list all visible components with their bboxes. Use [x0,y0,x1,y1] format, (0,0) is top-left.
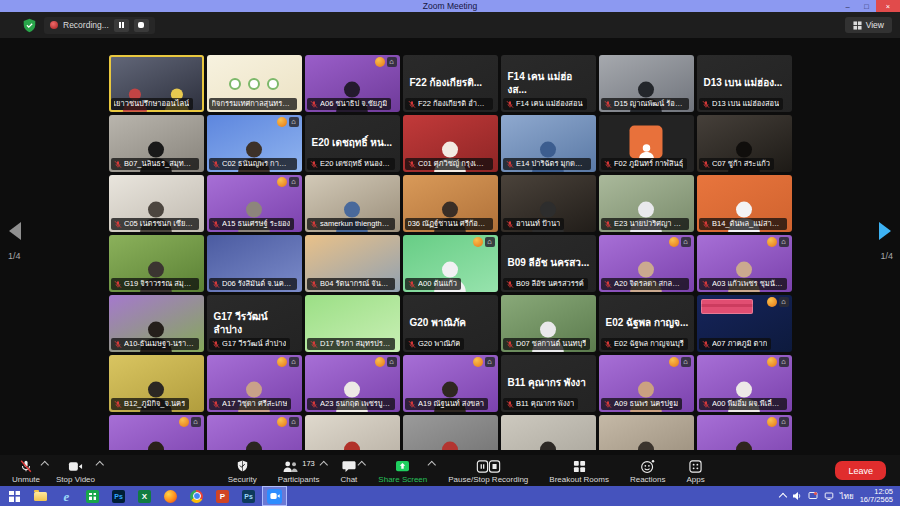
taskbar-app-zoom[interactable] [262,486,287,506]
participant-tile[interactable]: ⌂A12 ภัณฑิรา เพชรบุรี [109,415,204,450]
stop-recording-button[interactable] [134,19,149,32]
previous-page-arrow[interactable] [9,222,21,240]
participant-tile[interactable]: E14 ปาริฉัตร มุกดาหาร [501,115,596,172]
start-button[interactable] [2,486,27,506]
close-button[interactable]: × [876,0,900,12]
clap-reaction-icon [669,357,679,367]
maximize-button[interactable]: □ [857,0,876,12]
participant-tile[interactable]: C05 เนตรชนก เชียงราย [109,175,204,232]
reaction-badges: ⌂ [375,57,397,67]
reactions-button[interactable]: Reactions [622,455,674,486]
apps-button[interactable]: Apps [679,455,713,486]
participant-tile[interactable]: A10-ธันเมษฐา-นราธิวาส [109,295,204,352]
participant-tile[interactable]: B12_ภูมิกิจ_จ.นคร [109,355,204,412]
participant-tile[interactable]: ⌂A09 ธนพร นครปฐม [599,355,694,412]
taskbar-app-chrome[interactable] [184,486,209,506]
taskbar-app-internet-explorer[interactable]: e [54,486,79,506]
participant-tile[interactable]: ⌂A00 พีมอิ๋ม ผจ.พี่เลี้ยงสีม่วง [697,355,792,412]
tray-expand-chevron-icon[interactable] [778,493,786,501]
participant-tile[interactable]: ⌂A00 ต้นแก้ว [403,235,498,292]
pause-stop-recording-button[interactable]: Pause/Stop Recording [440,455,536,486]
participant-tile[interactable]: ⌂A15 ธนเศรษฐ์ ระยอง [207,175,302,232]
participant-tile[interactable]: F22 ก้องเกียรติ...F22 ก้องเกียรติ อำนาจเ… [403,55,498,112]
participant-tile[interactable]: F02 ภูมินทร์ กาฬสินธุ์ [599,115,694,172]
participant-tile[interactable]: G17 วีรวัฒน์ ลำปางG17 วีรวัฒน์ ลำปาง [207,295,302,352]
leave-button[interactable]: Leave [835,461,886,480]
participant-tile[interactable]: ⌂A19 ณัฐนนท์ สงขลา [403,355,498,412]
participant-tile[interactable]: ⌂C02 ธนันญพร กาญจนบุรี [207,115,302,172]
participant-tile[interactable]: A08 อุไรรัตน์ ระนอง [599,415,694,450]
chevron-up-icon[interactable] [320,461,328,469]
chevron-up-icon[interactable] [95,461,103,469]
participant-tile[interactable]: B09 ลีอัช นครสว...B09 ลีอัช นครสวรรค์ [501,235,596,292]
minimize-button[interactable]: – [838,0,857,12]
participant-name: A03 แก้วเพชร ชุมน้อย ขอน... [712,279,783,289]
participant-tile[interactable]: D06 รังสิมันต์ จ.นครราชสี... [207,235,302,292]
taskbar-app-excel[interactable]: X [132,486,157,506]
security-button[interactable]: Security [220,455,265,486]
participant-tile[interactable]: ⌂A03 แก้วเพชร ชุมน้อย ขอน... [697,235,792,292]
participant-tile[interactable]: ⌂A17 วิชุดา ศรีสะเกษ [207,355,302,412]
participant-tile[interactable]: ⌂A06 ชนาธิป จ.ชัยภูมิ [305,55,400,112]
participant-tile[interactable]: C07 ชูก้า สระแก้ว [697,115,792,172]
encryption-shield-icon[interactable] [22,18,37,33]
participant-nameplate: เยาวชนปรึกษาออนไลน์ [111,98,194,110]
participant-name: E20 เดชฤทธิ์ หนองบัวลำภู [320,159,391,169]
participant-tile[interactable]: D13 เบน แม่ฮ่อง...D13 เบน แม่ฮ่องสอน [697,55,792,112]
next-page-arrow[interactable] [879,222,891,240]
participant-tile[interactable]: A02 กฤติน ภูเก็ต [501,415,596,450]
participant-tile[interactable]: 036 ณัฏฐ์ชานน ศรีก้อนกื้อ [403,175,498,232]
muted-mic-icon [310,340,318,349]
chevron-up-icon[interactable] [358,461,366,469]
taskbar-app-file-explorer[interactable] [28,486,53,506]
participant-tile[interactable]: G20 พาณิภัคG20 พาณิภัค [403,295,498,352]
participant-tile[interactable]: D15 ญาณพัฒน์ ร้อยเอ็ด [599,55,694,112]
chevron-up-icon[interactable] [40,461,48,469]
participants-button[interactable]: 173Participants [270,455,328,486]
participant-tile[interactable]: E02 ฉัฐพล กาญจ...E02 ฉัฐพล กาญจนบุรี [599,295,694,352]
participant-tile[interactable]: E23 นายปวริศญา ภัทมพลิ... [599,175,694,232]
breakout-rooms-button[interactable]: Breakout Rooms [541,455,617,486]
pause-recording-button[interactable] [114,19,129,32]
volume-icon[interactable] [792,491,802,501]
participant-tile[interactable]: D17 จิรภา สมุทรปราการ [305,295,400,352]
taskbar-clock[interactable]: 12:05 16/7/2565 [860,488,893,505]
taskbar-app-powerpoint[interactable]: P [210,486,235,506]
participant-tile[interactable]: ⌂A20 จิตรลดา สกลนคร [599,235,694,292]
participant-tile[interactable]: B11 คุณากร พังงาB11 คุณากร พังงา [501,355,596,412]
participant-tile[interactable]: F14 เคน แม่ฮ่องส...F14 เคน แม่ฮ่องสอน [501,55,596,112]
participant-tile[interactable]: เยาวชนปรึกษาออนไลน์ [109,55,204,112]
muted-mic-icon [702,220,710,229]
participant-tile[interactable]: A18 ทัดต่อ สกลนคร [305,415,400,450]
participant-name: B04 รัตนากรณ์ จันทบุรี [320,279,391,289]
taskbar-app-photoshop[interactable]: Ps [106,486,131,506]
participant-tile[interactable]: G19 จิราวรรณ สมุทรสาคร [109,235,204,292]
chevron-up-icon[interactable] [428,461,436,469]
unmute-button[interactable]: Unmute [4,455,48,486]
participant-tile[interactable]: E20 เดชฤทธิ์ หน...E20 เดชฤทธิ์ หนองบัวลำ… [305,115,400,172]
participant-tile[interactable]: samerkun thiengtham [305,175,400,232]
taskbar-app-photoshop-2[interactable]: Ps [236,486,261,506]
participant-tile[interactable]: กิจกรรมเทศกาลสุนทรพจน์และเพลง สำ... [207,55,302,112]
network-icon[interactable] [824,491,834,501]
participant-tile[interactable]: ⌂A21_ณฐกร สิงห์บุรี [697,415,792,450]
participant-tile[interactable]: A11 สิทธินนท์ พิษณุโลก [403,415,498,450]
view-button[interactable]: View [845,17,892,33]
participant-tile[interactable]: B04 รัตนากรณ์ จันทบุรี [305,235,400,292]
participant-tile[interactable]: C01 ศุภวิชญ์ กรุงเทพมหา... [403,115,498,172]
participant-tile[interactable]: B07_นลินธร_สมุทรปราการ [109,115,204,172]
participant-tile[interactable]: อานนท์ ป้านา [501,175,596,232]
stop-video-button[interactable]: Stop Video [48,455,103,486]
taskbar-app-microsoft-store[interactable] [80,486,105,506]
language-indicator[interactable]: ไทย [840,490,854,503]
notification-icon[interactable] [808,491,818,501]
view-label: View [866,20,884,30]
participant-tile[interactable]: ⌂A23 ธนกฤต เพชรบูรณ์ [305,355,400,412]
taskbar-app-firefox[interactable] [158,486,183,506]
participant-tile[interactable]: ⌂A07 ภาคภูมิ ตาก [697,295,792,352]
participant-tile[interactable]: ⌂A13 เกียรติศักดิ์ มหาสารค... [207,415,302,450]
share-screen-button[interactable]: Share Screen [370,455,435,486]
chat-button[interactable]: Chat [332,455,365,486]
participant-tile[interactable]: D07 ชลกานต์ นนทบุรี [501,295,596,352]
participant-tile[interactable]: B14_ต้นพล_แม่สาวิทยาคม.. [697,175,792,232]
